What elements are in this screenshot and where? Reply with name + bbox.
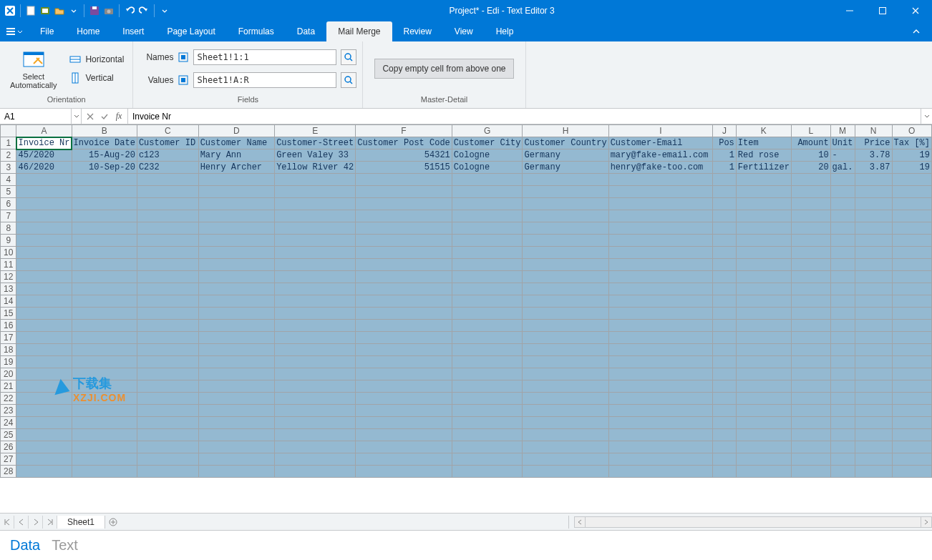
cell[interactable] xyxy=(72,453,137,466)
cell[interactable]: 46/2020 xyxy=(16,162,72,174)
cell[interactable] xyxy=(137,356,198,368)
cell[interactable]: Invoice Date xyxy=(72,137,137,149)
cell[interactable] xyxy=(608,308,712,320)
cell[interactable] xyxy=(830,393,855,405)
file-menu-icon[interactable] xyxy=(0,26,29,36)
cell[interactable] xyxy=(452,308,523,320)
cell[interactable] xyxy=(523,344,608,356)
cell[interactable] xyxy=(736,453,791,466)
cell[interactable] xyxy=(137,308,198,320)
cell[interactable] xyxy=(608,417,712,429)
cell[interactable] xyxy=(16,198,72,210)
cell[interactable] xyxy=(736,332,791,344)
cell[interactable] xyxy=(16,295,72,308)
cell[interactable] xyxy=(356,308,452,320)
cell[interactable] xyxy=(830,308,855,320)
cell[interactable] xyxy=(198,186,275,198)
cell[interactable] xyxy=(72,344,137,356)
cell[interactable]: Customer Name xyxy=(198,137,275,149)
cell[interactable] xyxy=(16,466,72,478)
cell[interactable] xyxy=(736,393,791,405)
cell[interactable] xyxy=(356,210,452,222)
cell[interactable] xyxy=(275,235,356,247)
cell[interactable] xyxy=(608,259,712,271)
cell[interactable] xyxy=(275,466,356,478)
values-input[interactable] xyxy=(193,72,336,88)
row-header[interactable]: 9 xyxy=(1,235,16,247)
row-header[interactable]: 18 xyxy=(1,344,16,356)
row-header[interactable]: 4 xyxy=(1,174,16,186)
scroll-right-button[interactable] xyxy=(921,516,932,528)
cell[interactable] xyxy=(356,247,452,259)
cell[interactable] xyxy=(736,186,791,198)
cell[interactable] xyxy=(892,344,931,356)
cell[interactable] xyxy=(16,405,72,417)
cell[interactable] xyxy=(137,368,198,380)
cell[interactable] xyxy=(523,453,608,466)
cell[interactable] xyxy=(275,198,356,210)
cell[interactable] xyxy=(275,283,356,295)
formula-bar-expand[interactable] xyxy=(921,109,932,124)
cell[interactable] xyxy=(855,417,892,429)
cell[interactable] xyxy=(452,235,523,247)
cell[interactable] xyxy=(72,222,137,235)
names-input[interactable] xyxy=(193,49,336,65)
cell[interactable] xyxy=(608,271,712,283)
undo-icon[interactable] xyxy=(124,5,135,16)
cell[interactable]: 20 xyxy=(791,162,830,174)
cell[interactable] xyxy=(137,174,198,186)
select-all-corner[interactable] xyxy=(1,125,16,137)
cell[interactable] xyxy=(198,344,275,356)
cell[interactable]: Germany xyxy=(523,149,608,162)
cell[interactable] xyxy=(356,222,452,235)
column-header[interactable]: J xyxy=(713,125,737,137)
cell[interactable] xyxy=(198,198,275,210)
cell[interactable] xyxy=(523,295,608,308)
cell[interactable] xyxy=(72,174,137,186)
cell[interactable]: henry@fake-too.com xyxy=(608,162,712,174)
cell[interactable] xyxy=(523,186,608,198)
cell[interactable]: 10 xyxy=(791,149,830,162)
cell[interactable]: mary@fake-email.com xyxy=(608,149,712,162)
row-header[interactable]: 26 xyxy=(1,441,16,453)
cell[interactable] xyxy=(198,247,275,259)
cell[interactable] xyxy=(356,235,452,247)
cell[interactable] xyxy=(830,247,855,259)
cell[interactable] xyxy=(855,380,892,393)
cell[interactable] xyxy=(736,235,791,247)
cell[interactable] xyxy=(830,453,855,466)
cell[interactable] xyxy=(72,356,137,368)
cell[interactable] xyxy=(791,186,830,198)
cell[interactable] xyxy=(892,429,931,441)
cell[interactable] xyxy=(198,308,275,320)
cell[interactable] xyxy=(830,466,855,478)
cell[interactable] xyxy=(72,186,137,198)
cell[interactable] xyxy=(523,320,608,332)
cell[interactable] xyxy=(16,393,72,405)
cell[interactable] xyxy=(198,429,275,441)
row-header[interactable]: 22 xyxy=(1,393,16,405)
cell[interactable]: Cologne xyxy=(452,162,523,174)
cell[interactable] xyxy=(791,344,830,356)
cell[interactable] xyxy=(713,247,737,259)
split-handle[interactable] xyxy=(568,516,574,529)
cell[interactable] xyxy=(608,247,712,259)
prev-sheet-button[interactable] xyxy=(14,516,29,529)
cell[interactable] xyxy=(608,222,712,235)
row-header[interactable]: 21 xyxy=(1,380,16,393)
cell[interactable] xyxy=(713,332,737,344)
cell[interactable] xyxy=(855,259,892,271)
cell[interactable] xyxy=(356,271,452,283)
cell[interactable] xyxy=(137,441,198,453)
cell[interactable] xyxy=(198,210,275,222)
cell[interactable] xyxy=(452,247,523,259)
cell[interactable] xyxy=(791,441,830,453)
cell[interactable]: Customer-Street xyxy=(275,137,356,149)
cell[interactable] xyxy=(791,198,830,210)
cell[interactable] xyxy=(16,320,72,332)
cell[interactable] xyxy=(452,356,523,368)
cell[interactable] xyxy=(523,308,608,320)
cell[interactable] xyxy=(16,222,72,235)
cell[interactable] xyxy=(523,417,608,429)
cell[interactable] xyxy=(892,417,931,429)
